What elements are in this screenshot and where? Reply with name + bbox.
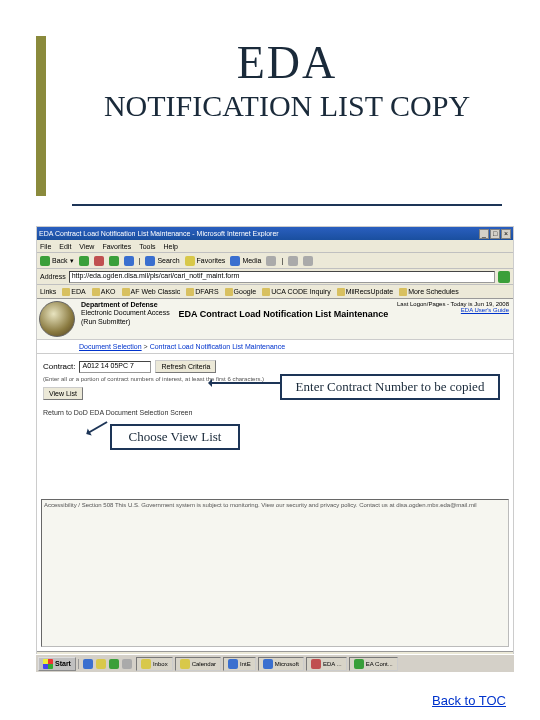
app-icon — [354, 659, 364, 669]
back-button[interactable]: Back ▾ — [40, 256, 74, 266]
menu-tools[interactable]: Tools — [139, 243, 155, 250]
menu-help[interactable]: Help — [164, 243, 178, 250]
breadcrumb-current: Contract Load Notification List Maintena… — [150, 343, 285, 350]
taskbar-items: Inbox Calendar IntE Microsoft EDA ... EA… — [136, 657, 514, 671]
home-icon[interactable] — [124, 256, 134, 266]
mail-icon[interactable] — [288, 256, 298, 266]
breadcrumb-link[interactable]: Document Selection — [79, 343, 142, 350]
link-label: EDA — [71, 288, 85, 295]
address-bar: Address http://eda.ogden.disa.mil/pls/ca… — [37, 269, 513, 285]
back-icon — [40, 256, 50, 266]
eda-page-title: EDA Contract Load Notification List Main… — [174, 299, 393, 339]
taskbar: Start Inbox Calendar IntE Microsoft EDA … — [36, 654, 514, 672]
back-to-toc-link[interactable]: Back to TOC — [432, 693, 506, 708]
go-button[interactable] — [498, 271, 510, 283]
link-icon — [186, 288, 194, 296]
link-label: More Schedules — [408, 288, 459, 295]
link-icon — [62, 288, 70, 296]
task-item[interactable]: Calendar — [175, 657, 221, 671]
return-link[interactable]: Return to DoD EDA Document Selection Scr… — [37, 409, 513, 416]
back-label: Back — [52, 257, 68, 264]
quick-launch — [78, 659, 136, 669]
slide-title-2: NOTIFICATION LIST COPY — [72, 89, 502, 124]
link-more[interactable]: More Schedules — [399, 288, 459, 296]
page-content: Department of Defense Electronic Documen… — [37, 299, 513, 651]
address-label: Address — [40, 273, 66, 280]
app-icon — [180, 659, 190, 669]
outlook-icon[interactable] — [96, 659, 106, 669]
link-label: AKO — [101, 288, 116, 295]
task-item[interactable]: Microsoft — [258, 657, 304, 671]
task-item[interactable]: EA Cont... — [349, 657, 398, 671]
link-icon — [122, 288, 130, 296]
slide-title-1: EDA — [72, 36, 502, 89]
contract-input[interactable]: A012 14 05PC 7 — [79, 361, 151, 373]
stop-icon[interactable] — [94, 256, 104, 266]
callout-enter-contract: Enter Contract Number to be copied — [280, 374, 500, 400]
media-label: Media — [242, 257, 261, 264]
favorites-label: Favorites — [197, 257, 226, 264]
horizontal-rule — [72, 204, 502, 206]
dod-seal-icon — [39, 301, 75, 337]
link-label: UCA CODE Inquiry — [271, 288, 331, 295]
ie-icon[interactable] — [83, 659, 93, 669]
links-label: Links — [40, 288, 56, 295]
link-icon — [92, 288, 100, 296]
refresh-criteria-button[interactable]: Refresh Criteria — [155, 360, 216, 373]
link-dfars[interactable]: DFARS — [186, 288, 218, 296]
minimize-button[interactable]: _ — [479, 229, 489, 239]
print-icon[interactable] — [303, 256, 313, 266]
title-block: EDA NOTIFICATION LIST COPY — [72, 36, 502, 124]
window-titlebar: EDA Contract Load Notification List Main… — [37, 227, 513, 240]
link-google[interactable]: Google — [225, 288, 257, 296]
user-guide-link[interactable]: EDA User's Guide — [397, 307, 509, 313]
embedded-screenshot: EDA Contract Load Notification List Main… — [36, 226, 514, 666]
view-list-button[interactable]: View List — [43, 387, 83, 400]
task-item[interactable]: EDA ... — [306, 657, 347, 671]
search-label: Search — [157, 257, 179, 264]
windows-icon — [43, 659, 53, 669]
link-label: Google — [234, 288, 257, 295]
start-button[interactable]: Start — [38, 657, 76, 671]
refresh-icon[interactable] — [109, 256, 119, 266]
close-button[interactable]: × — [501, 229, 511, 239]
media-button[interactable]: Media — [230, 256, 261, 266]
task-item[interactable]: IntE — [223, 657, 256, 671]
app-icon — [141, 659, 151, 669]
nav-toolbar: Back ▾ | Search Favorites Media | — [37, 253, 513, 269]
callout-arrow — [210, 382, 280, 384]
accent-bar — [36, 36, 46, 196]
address-input[interactable]: http://eda.ogden.disa.mil/pls/cari/cari_… — [69, 271, 495, 283]
history-icon[interactable] — [266, 256, 276, 266]
link-eda[interactable]: EDA — [62, 288, 85, 296]
task-label: IntE — [240, 661, 251, 667]
favorites-button[interactable]: Favorites — [185, 256, 226, 266]
link-uca[interactable]: UCA CODE Inquiry — [262, 288, 331, 296]
menu-file[interactable]: File — [40, 243, 51, 250]
menu-bar: File Edit View Favorites Tools Help — [37, 240, 513, 253]
task-item[interactable]: Inbox — [136, 657, 173, 671]
link-afweb[interactable]: AF Web Classic — [122, 288, 181, 296]
links-bar: Links EDA AKO AF Web Classic DFARS Googl… — [37, 285, 513, 299]
menu-edit[interactable]: Edit — [59, 243, 71, 250]
sys-label: Electronic Document Access — [81, 309, 170, 316]
link-label: DFARS — [195, 288, 218, 295]
eda-header-right: Last Logon/Pages - Today is Jun 19, 2008… — [393, 299, 513, 339]
menu-favorites[interactable]: Favorites — [102, 243, 131, 250]
app-icon[interactable] — [122, 659, 132, 669]
callout-view-list: Choose View List — [110, 424, 240, 450]
search-button[interactable]: Search — [145, 256, 179, 266]
task-label: Calendar — [192, 661, 216, 667]
maximize-button[interactable]: □ — [490, 229, 500, 239]
task-label: EDA ... — [323, 661, 342, 667]
link-ako[interactable]: AKO — [92, 288, 116, 296]
app-icon — [228, 659, 238, 669]
forward-icon[interactable] — [79, 256, 89, 266]
menu-view[interactable]: View — [79, 243, 94, 250]
link-milrecs[interactable]: MilRecsUpdate — [337, 288, 393, 296]
desktop-icon[interactable] — [109, 659, 119, 669]
link-label: AF Web Classic — [131, 288, 181, 295]
task-label: Microsoft — [275, 661, 299, 667]
footer-text: Accessibility / Section 508 This U.S. Go… — [44, 502, 477, 508]
search-icon — [145, 256, 155, 266]
